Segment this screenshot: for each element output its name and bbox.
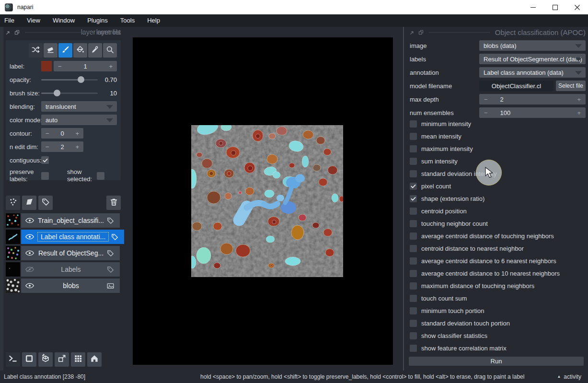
visibility-eye-closed-icon[interactable] (25, 266, 35, 273)
color-mode-dropdown[interactable]: auto (41, 115, 117, 125)
shuffle-colors-button[interactable] (29, 43, 43, 58)
delete-layer-button[interactable] (106, 196, 121, 210)
dock-splitter[interactable] (403, 27, 404, 371)
layer-name[interactable]: Train_object_classifi... (37, 217, 104, 224)
label-color-swatch[interactable] (41, 61, 52, 71)
decrement-icon[interactable]: − (479, 109, 488, 116)
home-button[interactable] (87, 352, 102, 367)
max-depth-spinbox[interactable]: − 2 + (479, 94, 586, 104)
feature-checkbox[interactable] (410, 158, 417, 165)
feature-row: standard deviation touch portion (410, 317, 586, 329)
feature-checkbox[interactable] (410, 220, 417, 227)
layer-name[interactable]: Result of ObjectSeg... (37, 249, 104, 257)
minimize-button[interactable] (522, 0, 544, 14)
labels-dropdown[interactable]: Result of ObjectSegmenter.cl (data) (479, 54, 586, 64)
fill-bucket-button[interactable] (73, 43, 87, 58)
brush-size-slider[interactable] (41, 88, 98, 98)
opacity-slider[interactable] (41, 74, 98, 85)
annotation-dropdown[interactable]: Label class annotation (data) (479, 67, 586, 78)
layer-row-result-of-objectsegmenter[interactable]: Result of ObjectSeg... (6, 246, 120, 260)
decrement-icon[interactable]: − (41, 130, 49, 137)
float-panel-icon[interactable] (410, 30, 415, 35)
transpose-dimensions-button[interactable] (55, 352, 69, 367)
increment-icon[interactable]: + (75, 130, 83, 137)
activity-toggle[interactable]: ▲activity (557, 373, 581, 380)
visibility-eye-icon[interactable] (25, 250, 35, 256)
label-row: label: − 1 + (10, 60, 117, 72)
show-selected-checkbox[interactable] (97, 172, 104, 180)
viewer-canvas[interactable] (133, 37, 393, 365)
increment-icon[interactable]: + (577, 96, 586, 103)
run-button[interactable]: Run (409, 357, 584, 366)
contour-spinbox[interactable]: − 0 + (41, 128, 83, 139)
color-picker-button[interactable] (88, 43, 102, 58)
menu-help[interactable]: Help (141, 14, 166, 27)
layer-name[interactable]: Label class annotati... (41, 233, 105, 241)
feature-checkbox[interactable] (410, 232, 417, 240)
model-filename-input[interactable]: ObjectClassifier.cl (479, 81, 553, 91)
menu-plugins[interactable]: Plugins (81, 14, 114, 27)
menu-view[interactable]: View (21, 14, 46, 27)
new-labels-layer-button[interactable] (38, 196, 53, 210)
contiguous-checkbox[interactable] (41, 156, 49, 164)
increment-icon[interactable]: + (109, 63, 117, 70)
feature-checkbox[interactable] (410, 320, 417, 327)
feature-checkbox[interactable] (410, 270, 417, 277)
feature-checkbox[interactable] (410, 183, 417, 190)
float-panel-icon[interactable] (6, 30, 11, 35)
feature-checkbox[interactable] (410, 170, 417, 177)
feature-checkbox[interactable] (410, 120, 417, 128)
eraser-button[interactable] (44, 43, 58, 58)
label-spinbox[interactable]: − 1 + (54, 61, 117, 71)
feature-checkbox[interactable] (410, 133, 417, 140)
feature-checkbox[interactable] (410, 195, 417, 202)
menu-tools[interactable]: Tools (114, 14, 141, 27)
num-ensembles-spinbox[interactable]: − 100 + (479, 107, 586, 118)
layer-row-blobs[interactable]: blobs (6, 279, 120, 293)
layer-row-label-class-annotation[interactable]: Label class annotati... (6, 230, 120, 244)
decrement-icon[interactable]: − (54, 63, 62, 70)
layer-row-train-object-classifier[interactable]: Train_object_classifi... (6, 213, 120, 228)
label-value[interactable]: 1 (62, 63, 109, 70)
feature-checkbox[interactable] (410, 257, 417, 265)
new-points-layer-button[interactable] (6, 196, 20, 210)
layer-name[interactable]: blobs (37, 282, 104, 290)
menu-file[interactable]: File (0, 14, 21, 27)
visibility-eye-icon[interactable] (25, 233, 35, 240)
decrement-icon[interactable]: − (41, 143, 49, 151)
feature-checkbox[interactable] (410, 307, 417, 314)
increment-icon[interactable]: + (577, 109, 586, 116)
console-button[interactable] (6, 352, 20, 367)
layer-row-labels[interactable]: Labels (6, 262, 120, 277)
hide-panel-icon[interactable] (418, 30, 424, 35)
layer-name[interactable]: Labels (37, 266, 104, 273)
feature-checkbox[interactable] (410, 208, 417, 215)
image-dropdown[interactable]: blobs (data) (479, 40, 586, 51)
feature-checkbox[interactable] (410, 332, 417, 339)
pan-zoom-button[interactable] (103, 43, 117, 58)
feature-checkbox[interactable] (410, 345, 417, 352)
grid-view-button[interactable] (71, 352, 85, 367)
increment-icon[interactable]: + (75, 143, 83, 151)
visibility-eye-icon[interactable] (25, 282, 35, 289)
visibility-eye-icon[interactable] (25, 217, 35, 224)
feature-checkbox[interactable] (410, 282, 417, 290)
roll-dimensions-button[interactable] (38, 352, 53, 367)
brush-size-slider-handle[interactable] (54, 90, 60, 96)
close-button[interactable] (566, 0, 588, 14)
preserve-labels-checkbox[interactable] (41, 172, 49, 180)
feature-checkbox[interactable] (410, 245, 417, 252)
n-edit-dim-spinbox[interactable]: − 2 + (41, 141, 83, 152)
maximize-button[interactable] (544, 0, 566, 14)
feature-checkbox[interactable] (410, 295, 417, 302)
blending-dropdown[interactable]: translucent (41, 101, 117, 112)
decrement-icon[interactable]: − (479, 96, 488, 103)
menu-window[interactable]: Window (46, 14, 81, 27)
toggle-ndisplay-button[interactable] (22, 352, 36, 367)
select-file-button[interactable]: Select file (556, 81, 586, 91)
new-shapes-layer-button[interactable] (22, 196, 36, 210)
feature-checkbox[interactable] (410, 145, 417, 152)
paintbrush-button[interactable] (58, 43, 72, 58)
hide-panel-icon[interactable] (14, 30, 20, 35)
opacity-slider-handle[interactable] (78, 76, 84, 83)
